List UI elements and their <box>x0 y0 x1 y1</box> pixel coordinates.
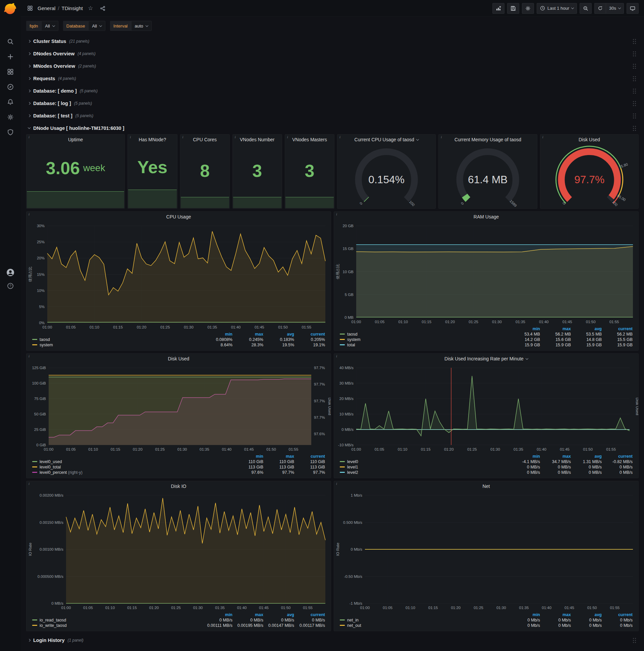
panel-info-icon[interactable]: i <box>335 481 339 486</box>
panel-title[interactable]: VNodes Masters <box>285 134 334 145</box>
row-drag-handle[interactable] <box>633 101 637 106</box>
disk-used-rate-chart[interactable]: 01:0001:0501:1001:1501:2001:2501:3001:35… <box>334 364 638 453</box>
variable-value-dropdown[interactable]: All <box>41 21 58 31</box>
panel-title[interactable]: CPU Cores <box>181 134 229 145</box>
row-drag-handle[interactable] <box>633 63 637 69</box>
panel-title[interactable]: CPU Usage <box>27 212 331 222</box>
refresh-interval-dropdown[interactable]: 30s <box>606 3 624 14</box>
breadcrumb-folder[interactable]: General <box>38 5 55 11</box>
user-avatar[interactable] <box>6 269 14 277</box>
server-admin-shield-icon[interactable] <box>6 128 14 136</box>
panel-info-icon[interactable]: i <box>27 481 31 486</box>
panel-title[interactable]: Current Memory Usage of taosd <box>439 134 537 145</box>
panel-info-icon[interactable]: i <box>233 134 237 139</box>
panel-info-icon[interactable]: i <box>338 134 342 139</box>
panel-title[interactable]: VNodes Number <box>233 134 282 145</box>
create-plus-icon[interactable] <box>6 53 14 61</box>
legend-column-header: min <box>511 454 542 459</box>
panel-title[interactable]: RAM Usage <box>334 212 638 222</box>
row-requests[interactable]: Requests (4 panels) <box>26 72 639 85</box>
legend-row[interactable]: level0_used110 GiB110 GiB110 GiB <box>31 459 327 464</box>
panel-title[interactable]: Disk Used <box>540 134 638 145</box>
stat-value: 3 <box>233 145 282 197</box>
panel-info-icon[interactable]: i <box>440 134 443 139</box>
panel-title[interactable]: Disk Used <box>27 354 331 364</box>
legend-row[interactable]: net_out0 Mb/s0 Mb/s0 Mb/s0 Mb/s <box>338 623 634 628</box>
add-panel-button[interactable] <box>492 3 505 14</box>
grafana-logo[interactable] <box>3 2 18 17</box>
panel-title[interactable]: Disk Used Increasing Rate per Minute <box>334 354 638 364</box>
row-drag-handle[interactable] <box>633 125 637 131</box>
row-cluster-status[interactable]: Cluster Status (21 panels) <box>26 35 639 47</box>
row-mnodes-overview[interactable]: MNodes Overview (2 panels) <box>26 60 639 72</box>
row-drag-handle[interactable] <box>633 88 637 94</box>
zoom-out-button[interactable] <box>580 3 592 14</box>
row-dnode-usage-expanded[interactable]: DNode Usage [ huolinhe-TM1701:6030 ] <box>26 122 639 134</box>
legend-row[interactable]: io_write_taosd0.00111 MB/s0.00195 MB/s0.… <box>31 623 327 628</box>
legend-row[interactable]: taosd53.4 MB56.2 MB53.5 MB56.2 MB <box>338 332 634 337</box>
row-database-demo[interactable]: Database: [ demo ] (5 panels) <box>26 85 639 97</box>
row-drag-handle[interactable] <box>633 638 637 643</box>
row-database-test[interactable]: Database: [ test ] (5 panels) <box>26 110 639 122</box>
svg-text:0: 0 <box>359 202 363 206</box>
legend-row[interactable]: level0_percent (right-y)97.6%97.7%97.7% <box>31 470 327 475</box>
share-dashboard-button[interactable] <box>98 4 107 13</box>
cycle-view-mode-button[interactable] <box>626 3 639 14</box>
dashboard-settings-button[interactable] <box>522 3 534 14</box>
panel-title[interactable]: Disk IO <box>27 481 331 491</box>
panel-info-icon[interactable]: i <box>181 134 185 139</box>
variable-value-dropdown[interactable]: auto <box>131 21 152 31</box>
breadcrumb-dashboard[interactable]: TDinsight <box>62 5 83 11</box>
time-range-picker[interactable]: Last 1 hour <box>537 3 577 14</box>
legend-row[interactable]: net_in0 Mb/s0 Mb/s0 Mb/s0 Mb/s <box>338 617 634 623</box>
ram-usage-chart[interactable]: 01:0001:0501:1001:1501:2001:2501:3001:35… <box>334 222 638 326</box>
legend-row[interactable]: total15.9 GB15.9 GB15.9 GB15.9 GB <box>338 342 634 348</box>
legend-row[interactable]: level10 MB/s0 MB/s0 MB/s0 MB/s <box>338 464 634 470</box>
configuration-gear-icon[interactable] <box>6 113 14 121</box>
explore-compass-icon[interactable] <box>6 83 14 91</box>
save-dashboard-button[interactable] <box>507 3 519 14</box>
disk-io-chart[interactable]: 01:0001:0501:1001:1501:2001:2501:3001:35… <box>27 491 331 611</box>
legend-row[interactable]: taosd0.0808%0.245%0.183%0.205% <box>31 337 327 342</box>
row-login-history[interactable]: Login History (1 panel) <box>26 634 639 646</box>
panel-title[interactable]: Has MNode? <box>128 134 177 145</box>
panel-info-icon[interactable]: i <box>335 212 339 216</box>
row-drag-handle[interactable] <box>633 51 637 56</box>
legend-row[interactable]: level20 MB/s0 MB/s0 MB/s0 MB/s <box>338 470 634 475</box>
row-drag-handle[interactable] <box>633 113 637 119</box>
svg-text:0%: 0% <box>39 321 44 325</box>
panel-title[interactable]: Current CPU Usage of taosd <box>337 134 436 145</box>
row-drag-handle[interactable] <box>633 39 637 44</box>
legend-row[interactable]: level0_total113 GiB113 GiB113 GiB <box>31 464 327 470</box>
dashboards-icon[interactable] <box>6 68 14 76</box>
cpu-usage-chart[interactable]: 01:0001:0501:1001:1501:2001:2501:3001:35… <box>27 222 331 331</box>
row-dnodes-overview[interactable]: DNodes Overview (4 panels) <box>26 47 639 60</box>
help-icon[interactable]: ? <box>6 282 14 290</box>
legend-row[interactable]: system14.2 GB15.6 GB14.8 GB15.5 GB <box>338 337 634 342</box>
chevron-down-icon <box>525 357 528 360</box>
variable-value-dropdown[interactable]: All <box>88 21 105 31</box>
disk-used-chart[interactable]: 01:0001:0501:1001:1501:2001:2501:3001:35… <box>27 364 331 453</box>
panel-info-icon[interactable]: i <box>27 354 31 359</box>
legend-row[interactable]: io_read_taosd0 MB/s0 MB/s0 MB/s0 MB/s <box>31 617 327 623</box>
legend-row[interactable]: level0-4.1 MB/s34.7 MB/s1.31 MB/s-0.82 M… <box>338 459 634 464</box>
net-chart[interactable]: 01:0001:0501:1001:1501:2001:2501:3001:35… <box>334 491 638 611</box>
panel-title[interactable]: Net <box>334 481 638 491</box>
panel-info-icon[interactable]: i <box>128 134 132 139</box>
panel-title[interactable]: Uptime <box>27 134 124 145</box>
panel-info-icon[interactable]: i <box>286 134 289 139</box>
row-panel-count: (2 panels) <box>78 64 96 68</box>
row-database-log[interactable]: Database: [ log ] (5 panels) <box>26 97 639 110</box>
panel-info-icon[interactable]: i <box>27 212 31 216</box>
svg-text:01:30: 01:30 <box>193 606 203 610</box>
panel-info-icon[interactable]: i <box>541 134 545 139</box>
search-icon[interactable] <box>6 38 14 45</box>
svg-text:01:05: 01:05 <box>83 606 93 610</box>
row-drag-handle[interactable] <box>633 76 637 81</box>
star-dashboard-button[interactable]: ☆ <box>86 4 95 13</box>
alerting-bell-icon[interactable] <box>6 98 14 106</box>
refresh-button[interactable] <box>594 3 606 14</box>
panel-info-icon[interactable]: i <box>335 354 339 359</box>
legend-row[interactable]: system8.64%28.3%19.5%19.1% <box>31 342 327 348</box>
panel-info-icon[interactable]: i <box>27 134 31 139</box>
